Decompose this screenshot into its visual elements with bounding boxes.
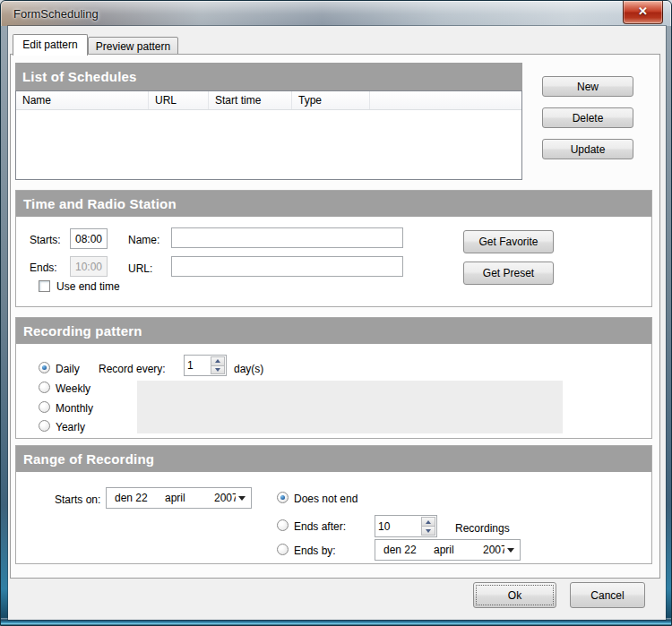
section-title-list-of-schedules: List of Schedules [15,63,522,90]
schedule-list-body[interactable] [16,110,521,179]
ok-button[interactable]: Ok [473,582,556,608]
arrow-up-icon [215,359,220,363]
section-title-time-and-radio-station: Time and Radio Station [16,191,651,217]
name-label: Name: [128,234,159,246]
update-button[interactable]: Update [542,139,633,159]
window-title: FormScheduling [13,7,99,21]
date-month-segment[interactable]: april [165,492,214,504]
record-every-stepper [184,355,227,376]
dropdown-arrow-icon [238,496,246,501]
column-header-url[interactable]: URL [149,91,209,109]
pattern-detail-panel [137,381,563,433]
date-year-segment[interactable]: 2007 [214,492,236,504]
window-frame-left [1,26,8,625]
record-every-input[interactable] [185,356,210,375]
spin-up-button[interactable] [211,356,225,366]
new-button[interactable]: New [542,76,633,97]
url-input[interactable] [171,256,403,277]
record-every-spin-buttons [211,356,225,374]
tab-preview-pattern[interactable]: Preview pattern [88,37,178,56]
column-header-start-time[interactable]: Start time [209,91,292,109]
tab-page-edit-pattern: List of Schedules Name URL Start time Ty… [10,54,660,579]
schedule-listview: Name URL Start time Type [15,90,522,180]
starts-on-label: Starts on: [55,493,100,506]
section-range-of-recording: Range of Recording Starts on: den 22 apr… [15,445,652,564]
column-header-name[interactable]: Name [16,91,149,109]
dropdown-arrow-icon [507,548,514,553]
section-recording-pattern: Recording pattern Daily Weekly Monthly Y… [15,317,652,439]
arrow-up-icon [426,520,431,524]
radio-yearly-label: Yearly [56,421,85,433]
radio-monthly[interactable] [39,401,50,413]
starts-time-input[interactable] [70,228,108,249]
dialog-window: FormScheduling ✕ Edit pattern Preview pa… [0,0,672,626]
radio-ends-after[interactable] [277,519,289,531]
radio-weekly[interactable] [39,382,50,393]
spin-up-button[interactable] [421,517,435,527]
starts-on-date-picker[interactable]: den 22 april 2007 [106,487,252,509]
get-preset-button[interactable]: Get Preset [463,262,554,285]
spin-down-button[interactable] [421,527,435,536]
close-button[interactable]: ✕ [623,1,663,24]
column-header-blank[interactable] [370,91,521,109]
url-label: URL: [128,262,152,275]
radio-yearly[interactable] [39,420,50,432]
column-header-type[interactable]: Type [292,91,370,109]
ends-after-spin-buttons [421,517,435,536]
spin-down-button[interactable] [211,366,225,375]
section-time-and-radio-station: Time and Radio Station Starts: Ends: Nam… [15,190,652,307]
arrow-down-icon [215,368,220,372]
radio-weekly-label: Weekly [56,382,90,395]
client-area: Edit pattern Preview pattern List of Sch… [8,26,666,620]
ends-after-stepper [375,515,437,537]
radio-daily-label: Daily [56,363,80,375]
ends-label: Ends: [30,262,57,274]
name-input[interactable] [171,227,403,248]
ends-time-input [70,256,108,277]
arrow-down-icon [426,529,431,533]
cancel-button[interactable]: Cancel [570,582,645,608]
recordings-label: Recordings [455,522,510,535]
date-day-segment[interactable]: den 22 [115,492,165,504]
radio-monthly-label: Monthly [56,402,93,415]
date-day-segment[interactable]: den 22 [383,544,434,556]
radio-ends-by[interactable] [277,544,289,555]
use-end-time-label: Use end time [56,280,120,293]
radio-ends-after-label: Ends after: [294,520,346,533]
ends-by-date-picker[interactable]: den 22 april 2007 [375,539,521,561]
starts-label: Starts: [30,234,61,246]
tab-edit-pattern[interactable]: Edit pattern [13,34,88,56]
titlebar[interactable]: FormScheduling [1,1,671,26]
close-icon: ✕ [624,1,662,21]
radio-ends-by-label: Ends by: [294,545,336,557]
radio-does-not-end-label: Does not end [294,493,358,505]
record-every-label: Record every: [99,363,166,375]
listview-header-row: Name URL Start time Type [16,91,521,110]
get-favorite-button[interactable]: Get Favorite [463,230,554,253]
ends-after-input[interactable] [375,516,420,536]
use-end-time-checkbox[interactable] [39,280,50,292]
radio-does-not-end[interactable] [277,492,289,503]
date-year-segment[interactable]: 2007 [483,544,504,556]
days-unit-label: day(s) [234,363,263,375]
radio-daily[interactable] [39,362,50,373]
delete-button[interactable]: Delete [542,107,633,128]
section-title-range-of-recording: Range of Recording [16,446,651,472]
date-month-segment[interactable]: april [434,544,483,556]
section-title-recording-pattern: Recording pattern [16,318,651,344]
